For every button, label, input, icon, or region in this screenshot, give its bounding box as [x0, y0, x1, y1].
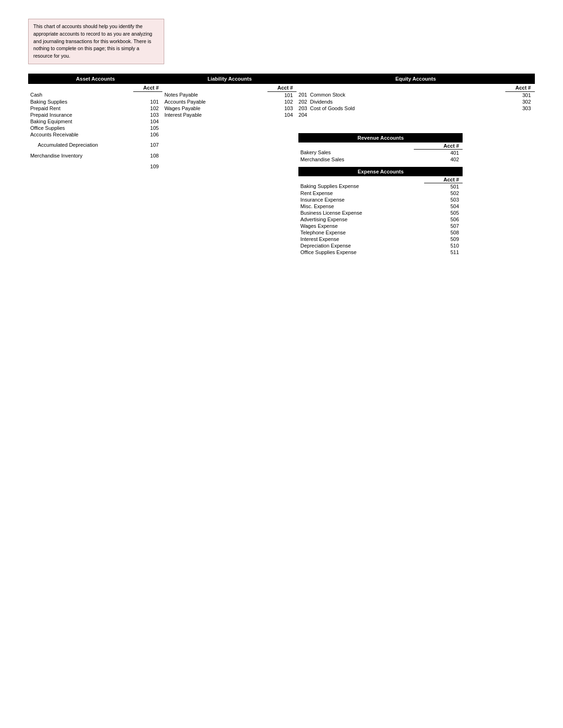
expense-acct-label: Acct #	[424, 176, 463, 183]
table-row: Merchandise Sales 402	[298, 156, 463, 163]
table-row: Misc. Expense 504	[298, 203, 463, 210]
table-row: Office Supplies Expense 511	[298, 249, 463, 255]
table-row: Depreciation Expense 510	[298, 242, 463, 249]
asset-accounts-header: Asset Accounts	[29, 74, 163, 83]
table-row: Cash Notes Payable 101 201 Common Stock …	[29, 91, 535, 98]
table-row: Telephone Expense 508	[298, 229, 463, 236]
table-row: Business License Expense 505	[298, 210, 463, 216]
table-row: Bakery Sales 401	[298, 149, 463, 156]
table-row: Office Supplies 105	[29, 125, 535, 131]
table-row: Advertising Expense 506	[298, 216, 463, 223]
table-row: Baking Supplies Expense 501	[298, 183, 463, 190]
table-row: Prepaid Insurance 103 Interest Payable 1…	[29, 112, 535, 118]
equity-accounts-header: Equity Accounts	[297, 74, 534, 83]
expense-accounts-table: Expense Accounts Acct # Baking Supplies …	[298, 167, 463, 255]
acct-num-header-row: Acct # Acct # Acct #	[29, 83, 535, 91]
liability-acct-label: Acct #	[267, 83, 297, 91]
table-row: 109 Expense Accounts Acct # B	[29, 163, 535, 256]
table-row: Baking Equipment 104	[29, 118, 535, 125]
revenue-accounts-header: Revenue Accounts	[298, 133, 463, 143]
table-row: Baking Supplies 101 Accounts Payable 102…	[29, 98, 535, 105]
table-row: Accounts Receivable 106 Revenue Accounts…	[29, 131, 535, 142]
section-header-row: Asset Accounts Liability Accounts Equity…	[29, 74, 535, 83]
table-row: Insurance Expense 503	[298, 196, 463, 203]
chart-of-accounts-table: Asset Accounts Liability Accounts Equity…	[28, 74, 535, 256]
expense-accounts-header: Expense Accounts	[298, 167, 463, 176]
table-row: Interest Expense 509	[298, 236, 463, 242]
revenue-accounts-table: Revenue Accounts Acct # Bakery Sales 401…	[298, 133, 463, 163]
revenue-acct-label: Acct #	[414, 143, 463, 150]
liability-accounts-header: Liability Accounts	[162, 74, 297, 83]
table-row: Rent Expense 502	[298, 190, 463, 196]
table-row: Prepaid Rent 102 Wages Payable 103 203 C…	[29, 105, 535, 112]
page: This chart of accounts should help you i…	[0, 0, 563, 275]
info-box: This chart of accounts should help you i…	[28, 19, 164, 64]
asset-acct-label: Acct #	[133, 83, 162, 91]
equity-acct-label: Acct #	[505, 83, 534, 91]
table-row: Wages Expense 507	[298, 223, 463, 229]
info-box-text: This chart of accounts should help you i…	[33, 23, 152, 59]
